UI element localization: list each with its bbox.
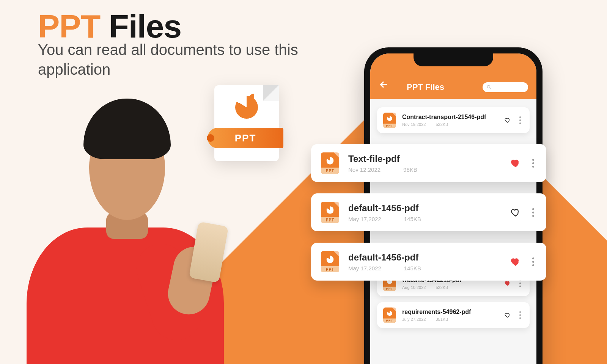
more-button[interactable] — [530, 208, 536, 217]
back-button[interactable] — [379, 80, 388, 92]
favorite-button[interactable] — [505, 312, 511, 318]
file-size: 522KB — [436, 122, 448, 127]
file-date: July 27,2022 — [402, 317, 426, 322]
file-row[interactable]: PPT Text-file-pdf Nov 12,202298KB — [311, 144, 546, 182]
ppt-thumb-icon: PPT — [383, 308, 396, 323]
file-row[interactable]: PPT default-1456-pdf May 17,2022145KB — [311, 193, 546, 231]
ppt-thumb-icon: PPT — [383, 113, 396, 128]
file-date: Aug 10,2022 — [402, 285, 426, 290]
file-title: Text-file-pdf — [348, 154, 502, 164]
more-button[interactable] — [530, 257, 536, 266]
app-title: PPT Files — [407, 82, 444, 92]
file-date: Nov 12,2022 — [348, 166, 381, 173]
headline-highlight: PPT — [38, 8, 100, 44]
more-button[interactable] — [517, 311, 524, 319]
file-date: May 17,2022 — [348, 216, 381, 222]
highlighted-file-list: PPT Text-file-pdf Nov 12,202298KB PPT de… — [311, 144, 546, 281]
file-row[interactable]: PPT requirements-54962-pdf July 27,20223… — [377, 302, 530, 328]
file-size: 98KB — [403, 166, 417, 173]
ppt-thumb-icon: PPT — [321, 152, 339, 174]
svg-line-1 — [490, 88, 491, 89]
file-date: May 17,2022 — [348, 265, 381, 271]
ppt-thumb-icon: PPT — [321, 251, 339, 272]
file-size: 351KB — [436, 317, 448, 322]
file-title: Contract-transport-21546-pdf — [402, 114, 498, 121]
arrow-left-icon — [379, 80, 388, 89]
file-title: default-1456-pdf — [348, 203, 502, 213]
file-size: 145KB — [404, 216, 421, 222]
favorite-button[interactable] — [505, 280, 511, 286]
search-input[interactable] — [483, 82, 528, 92]
ppt-file-icon: PPT — [214, 85, 279, 161]
ppt-ribbon-label: PPT — [208, 128, 283, 148]
favorite-button[interactable] — [511, 158, 521, 168]
favorite-button[interactable] — [505, 117, 511, 123]
file-title: default-1456-pdf — [348, 252, 502, 263]
more-button[interactable] — [530, 159, 536, 168]
promo-stage: PPT Files You can read all documents to … — [0, 0, 607, 364]
phone-notch — [414, 53, 493, 66]
file-size: 522KB — [436, 285, 448, 290]
more-button[interactable] — [517, 279, 524, 287]
headline-rest: Files — [100, 8, 181, 44]
file-date: Nov 19,2022 — [402, 122, 426, 127]
file-row[interactable]: PPT Contract-transport-21546-pdf Nov 19,… — [377, 107, 530, 133]
file-title: requirements-54962-pdf — [402, 309, 498, 315]
subtitle: You can read all documents to use this a… — [38, 40, 304, 79]
file-row[interactable]: PPT default-1456-pdf May 17,2022145KB — [311, 243, 546, 281]
svg-point-0 — [487, 85, 490, 88]
favorite-button[interactable] — [511, 207, 521, 217]
person-illustration — [27, 102, 224, 364]
favorite-button[interactable] — [511, 257, 521, 267]
file-size: 145KB — [404, 265, 421, 271]
more-button[interactable] — [517, 116, 524, 124]
search-icon — [486, 85, 492, 90]
ppt-thumb-icon: PPT — [321, 202, 339, 223]
